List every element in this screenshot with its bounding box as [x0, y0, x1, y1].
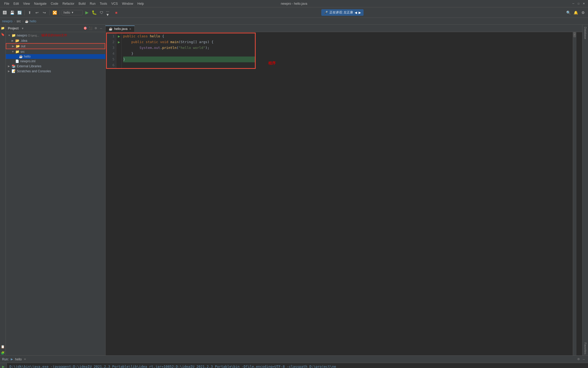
- run-line-1-icon[interactable]: ▶: [118, 35, 120, 38]
- tree-node-scratches[interactable]: ▶ 📝 Scratches and Consoles: [6, 69, 105, 74]
- menu-build[interactable]: Build: [76, 1, 88, 6]
- save-button[interactable]: 💾: [9, 9, 15, 16]
- run-panel-config-label[interactable]: hello: [15, 357, 22, 361]
- run-settings-icon[interactable]: ⚙: [576, 357, 581, 361]
- toolbar: 🅰 💾 🔄 ⬆ ↩ ↪ 🔀 hello ▼ ▶ 🐛 🛡 …▼ ■ 🎤 正在讲话:…: [0, 7, 588, 18]
- tree-node-external-libs[interactable]: ▶ 📚 External Libraries: [6, 64, 105, 69]
- run-panel-header-icons: ⚙ ─: [576, 357, 586, 361]
- tab-label: hello.java: [114, 27, 128, 31]
- more-run-options-button[interactable]: …▼: [106, 9, 112, 16]
- bookmarks-icon[interactable]: 🔖: [1, 32, 5, 37]
- expand-arrow-src[interactable]: ▼: [12, 50, 15, 53]
- tree-node-newpro[interactable]: ▼ 📁 newpro D:\proj... 编译后的class文件: [6, 33, 105, 38]
- tree-node-out[interactable]: ▶ 📂 out: [6, 43, 105, 49]
- breadcrumb-hello[interactable]: ☕ hello: [25, 19, 36, 23]
- project-panel-header: Project ▼ 🎯 ⬛ ⚙ ─: [6, 25, 105, 32]
- run-configuration-selector[interactable]: hello ▼: [62, 10, 83, 15]
- sync-button[interactable]: 🔄: [16, 9, 23, 16]
- menu-file[interactable]: File: [2, 1, 11, 6]
- line-num-6: 6: [107, 62, 114, 68]
- gutter-empty-4: [116, 51, 121, 57]
- navigation-bar: newpro › src › ☕ hello: [0, 18, 588, 25]
- voice-next-icon[interactable]: ▶: [359, 11, 361, 14]
- run-panel: Run: ▶ hello ✕ ⚙ ─ ▶ ⬇ ■ ⚙ ⬛ 🖨 🗑 D:\jdk\…: [0, 355, 588, 368]
- code-editor[interactable]: 1 2 3 4 5 6 ▶ ▶: [106, 33, 256, 69]
- breadcrumb-separator-1: ›: [14, 19, 15, 23]
- debug-button[interactable]: 🐛: [91, 9, 97, 16]
- kw-public-1: public: [123, 33, 138, 39]
- editor-inner: 1 2 3 4 5 6 ▶ ▶: [107, 33, 255, 68]
- breadcrumb-project[interactable]: newpro: [2, 19, 12, 23]
- expand-arrow-scratches[interactable]: ▶: [8, 70, 12, 73]
- menu-help[interactable]: Help: [135, 1, 146, 6]
- menu-refactor[interactable]: Refactor: [60, 1, 76, 6]
- plugins-icon[interactable]: 🧩: [1, 351, 5, 355]
- menu-navigate[interactable]: Navigate: [32, 1, 49, 6]
- project-panel-dropdown-icon[interactable]: ▼: [21, 27, 24, 30]
- tree-node-idea[interactable]: ▶ 📂 .idea: [6, 38, 105, 43]
- settings-button[interactable]: ⚙: [580, 9, 586, 16]
- editor-content[interactable]: 1 2 3 4 5 6 ▶ ▶: [106, 32, 582, 355]
- run-hide-icon[interactable]: ─: [582, 357, 586, 361]
- menu-code[interactable]: Code: [49, 1, 60, 6]
- run-coverage-button[interactable]: 🛡: [98, 9, 105, 16]
- tab-hello-java[interactable]: ☕ hello.java ✕: [106, 25, 135, 32]
- run-tab-close-icon[interactable]: ✕: [24, 358, 26, 361]
- menu-run[interactable]: Run: [88, 1, 98, 6]
- editor-scrollbar[interactable]: ✓: [573, 32, 576, 355]
- menu-edit[interactable]: Edit: [11, 1, 21, 6]
- database-panel-toggle[interactable]: Database: [584, 26, 587, 40]
- search-everywhere-button[interactable]: 🔍: [565, 9, 572, 16]
- editor-tabs: ☕ hello.java ✕: [106, 25, 582, 32]
- ext-libs-icon: 📚: [12, 64, 16, 68]
- tree-node-src[interactable]: ▼ 📁 src: [6, 49, 105, 54]
- menu-tools[interactable]: Tools: [98, 1, 109, 6]
- stop-button[interactable]: ■: [113, 9, 119, 16]
- expand-arrow-idea[interactable]: ▶: [12, 39, 15, 42]
- locate-file-icon[interactable]: 🎯: [83, 26, 87, 30]
- tree-node-hello[interactable]: ▶ ☕ hello: [6, 54, 105, 59]
- expand-arrow-out[interactable]: ▶: [12, 45, 16, 48]
- favorites-panel-toggle[interactable]: Favorites: [584, 341, 587, 355]
- menu-window[interactable]: Window: [120, 1, 135, 6]
- gutter-run-2[interactable]: ▶: [116, 39, 121, 45]
- run-line-2-icon[interactable]: ▶: [118, 40, 120, 44]
- compiled-annotation: 编译后的class文件: [41, 33, 67, 38]
- line-num-5: 5: [107, 57, 114, 62]
- expand-arrow-ext-libs[interactable]: ▶: [8, 65, 12, 68]
- redo-button[interactable]: ↪: [41, 9, 48, 16]
- voice-prev-icon[interactable]: ◀: [355, 11, 357, 14]
- gutter-run-5[interactable]: [116, 57, 121, 62]
- notifications-button[interactable]: 🔔: [573, 9, 579, 16]
- code-line-3: System.out.println("hello world");: [123, 45, 255, 51]
- close-button[interactable]: ✕: [582, 2, 586, 6]
- breadcrumb-src[interactable]: src: [17, 19, 21, 23]
- breadcrumb-separator-2: ›: [22, 19, 23, 23]
- collapse-all-icon[interactable]: ⬛: [88, 26, 93, 30]
- undo-button[interactable]: ↩: [34, 9, 40, 16]
- run-console-output: D:\jdk\bin\java.exe -javaagent:D:\ideaIU…: [7, 363, 588, 368]
- run-restart-button[interactable]: ▶: [1, 364, 6, 368]
- menu-vcs[interactable]: VCS: [109, 1, 120, 6]
- sys-out: out: [154, 45, 160, 51]
- tab-java-icon: ☕: [109, 27, 113, 31]
- panel-settings-icon[interactable]: ⚙: [94, 26, 98, 30]
- pun-open-paren: (: [177, 45, 179, 51]
- tab-close-icon[interactable]: ✕: [129, 28, 131, 30]
- structure-icon[interactable]: 📋: [1, 344, 5, 349]
- code-content[interactable]: public class hello { public static void …: [122, 33, 255, 68]
- hide-panel-icon[interactable]: ─: [99, 26, 103, 30]
- gutter-run-1[interactable]: ▶: [116, 33, 121, 39]
- menu-view[interactable]: View: [21, 1, 32, 6]
- minimize-button[interactable]: ─: [571, 2, 575, 6]
- maximize-button[interactable]: □: [576, 2, 581, 6]
- expand-arrow-newpro[interactable]: ▼: [8, 34, 12, 37]
- branch-icon[interactable]: 🔀: [51, 9, 58, 16]
- run-button[interactable]: ▶: [84, 9, 90, 16]
- kw-class: class: [138, 33, 150, 39]
- tree-node-iml[interactable]: ▶ 📄 newpro.iml: [6, 59, 105, 64]
- window-title: newpro - hello.java: [281, 2, 307, 6]
- code-line-1: public class hello {: [123, 33, 255, 39]
- project-tool-icon[interactable]: 📁: [1, 26, 5, 30]
- git-icon[interactable]: ⬆: [27, 9, 33, 16]
